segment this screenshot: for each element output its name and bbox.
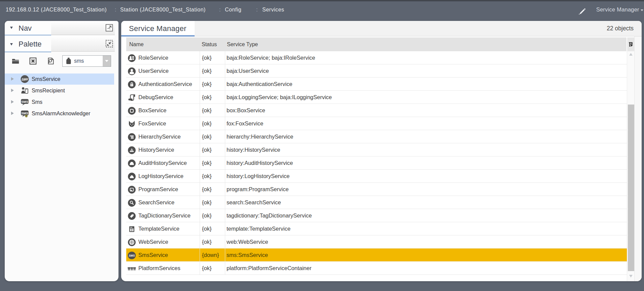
svg-text:SMS: SMS <box>129 254 135 257</box>
svg-text:SMS: SMS <box>22 78 28 81</box>
svg-text:SMS: SMS <box>21 100 28 104</box>
svg-text:SMS: SMS <box>21 112 28 115</box>
